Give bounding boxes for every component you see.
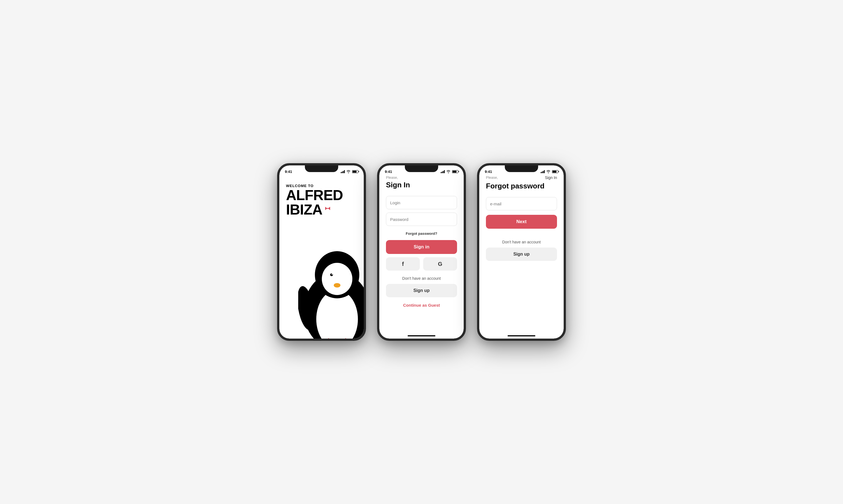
volume-buttons-3 bbox=[477, 206, 478, 231]
phone-signin: 9:41 bbox=[377, 163, 466, 341]
signup-button-3[interactable]: Sign up bbox=[486, 248, 557, 261]
status-time-2: 9:41 bbox=[385, 169, 392, 174]
volume-buttons-2 bbox=[377, 206, 377, 231]
signal-icon-1 bbox=[341, 170, 345, 173]
login-input[interactable] bbox=[386, 196, 457, 209]
signal-icon-3 bbox=[541, 170, 545, 173]
bowtie-icon-text bbox=[325, 207, 330, 210]
power-button-3 bbox=[565, 201, 566, 218]
penguin-svg bbox=[298, 239, 364, 339]
notch-1 bbox=[305, 165, 338, 172]
svg-point-10 bbox=[334, 283, 340, 288]
home-indicator-3 bbox=[479, 335, 564, 339]
phone-screen-welcome: 9:41 bbox=[279, 165, 364, 339]
power-button-2 bbox=[466, 201, 466, 218]
status-icons-2 bbox=[441, 170, 458, 173]
svg-marker-0 bbox=[325, 207, 327, 210]
signin-title: Sign In bbox=[386, 181, 457, 189]
signin-button[interactable]: Sign in bbox=[386, 240, 457, 254]
social-buttons: f G bbox=[386, 257, 457, 271]
forgot-password-link[interactable]: Forgot password? bbox=[386, 232, 457, 236]
dont-have-account-2: Don't have an account bbox=[386, 276, 457, 281]
status-time-1: 9:41 bbox=[285, 169, 292, 174]
continue-guest-link[interactable]: Continue as Guest bbox=[386, 303, 457, 307]
wifi-icon-2 bbox=[446, 170, 451, 173]
welcome-screen: 9:41 bbox=[279, 165, 364, 339]
signup-button-2[interactable]: Sign up bbox=[386, 284, 457, 297]
notch-3 bbox=[505, 165, 538, 172]
svg-point-9 bbox=[332, 274, 333, 275]
penguin-illustration bbox=[298, 239, 364, 339]
battery-icon-2 bbox=[452, 170, 458, 173]
phones-container: 9:41 bbox=[277, 163, 566, 341]
svg-point-8 bbox=[330, 273, 333, 276]
email-input[interactable] bbox=[486, 197, 557, 210]
power-button bbox=[365, 201, 366, 218]
forgot-header: Please, Sign In bbox=[479, 175, 564, 181]
status-icons-1 bbox=[341, 170, 358, 173]
phone-welcome: 9:41 bbox=[277, 163, 366, 341]
forgot-content: Forgot password Next Don't have an accou… bbox=[479, 182, 564, 335]
next-button[interactable]: Next bbox=[486, 215, 557, 229]
google-button[interactable]: G bbox=[423, 257, 457, 271]
battery-icon-1 bbox=[352, 170, 358, 173]
phone-screen-forgot: 9:41 bbox=[479, 165, 564, 339]
please-label-2: Please, bbox=[386, 175, 457, 180]
phone-screen-signin: 9:41 bbox=[379, 165, 464, 339]
please-label-3: Please, bbox=[486, 175, 498, 180]
welcome-text: WELCOME TO ALFRED IBIZA bbox=[286, 184, 343, 217]
wifi-icon-1 bbox=[346, 170, 351, 173]
facebook-button[interactable]: f bbox=[386, 257, 420, 271]
signal-icon-2 bbox=[441, 170, 445, 173]
signin-screen: 9:41 bbox=[379, 165, 464, 339]
battery-icon-3 bbox=[552, 170, 558, 173]
status-time-3: 9:41 bbox=[485, 169, 492, 174]
home-indicator-2 bbox=[379, 335, 464, 339]
password-input[interactable] bbox=[386, 213, 457, 226]
phone-forgot: 9:41 bbox=[477, 163, 566, 341]
alfred-label: ALFRED bbox=[286, 188, 343, 202]
wifi-icon-3 bbox=[546, 170, 550, 173]
ibiza-label: IBIZA bbox=[286, 202, 343, 217]
forgot-title: Forgot password bbox=[486, 182, 557, 191]
volume-buttons bbox=[277, 206, 278, 231]
dont-have-account-3: Don't have an account bbox=[486, 240, 557, 244]
forgot-screen: 9:41 bbox=[479, 165, 564, 339]
welcome-content: WELCOME TO ALFRED IBIZA bbox=[279, 175, 364, 339]
status-icons-3 bbox=[541, 170, 558, 173]
svg-marker-1 bbox=[328, 207, 330, 210]
signin-nav-link[interactable]: Sign In bbox=[545, 175, 557, 180]
notch-2 bbox=[405, 165, 438, 172]
svg-rect-2 bbox=[327, 208, 328, 209]
svg-point-6 bbox=[322, 263, 352, 295]
signin-content: Please, Sign In Forgot password? Sign in… bbox=[379, 175, 464, 335]
